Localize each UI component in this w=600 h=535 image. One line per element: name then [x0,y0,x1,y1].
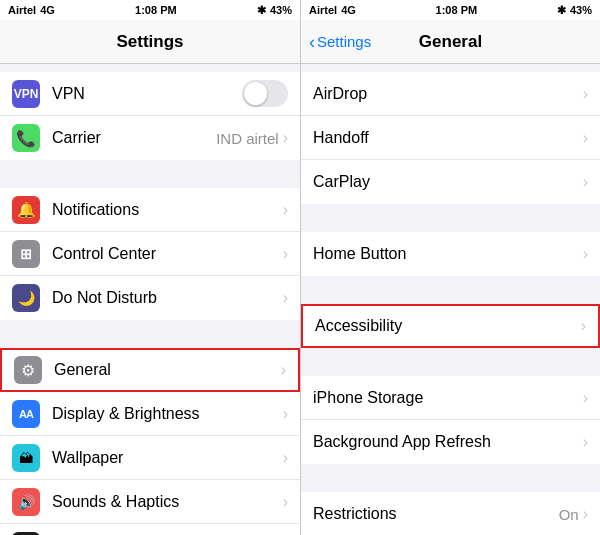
back-chevron-icon: ‹ [309,33,315,51]
control-center-chevron: › [283,245,288,263]
settings-item-iphone-storage[interactable]: iPhone Storage › [301,376,600,420]
control-center-icon: ⊞ [12,240,40,268]
carplay-label: CarPlay [313,173,583,191]
display-chevron: › [283,405,288,423]
section-home-button: Home Button › [301,232,600,276]
settings-item-display[interactable]: AA Display & Brightness › [0,392,300,436]
section-notifications: 🔔 Notifications › ⊞ Control Center › 🌙 D… [0,188,300,320]
airdrop-label: AirDrop [313,85,583,103]
accessibility-chevron: › [581,317,586,335]
home-button-label: Home Button [313,245,583,263]
dnd-chevron: › [283,289,288,307]
section-general: ⚙ General › AA Display & Brightness › 🏔 … [0,348,300,535]
battery-left: 43% [270,4,292,16]
carrier-chevron: › [283,129,288,147]
nav-title-left: Settings [116,32,183,52]
back-button[interactable]: ‹ Settings [309,33,371,51]
status-bar-left: Airtel 4G 1:08 PM ✱ 43% [0,0,300,20]
section-airdrop: AirDrop › Handoff › CarPlay › [301,72,600,204]
separator-1 [0,160,300,180]
sounds-chevron: › [283,493,288,511]
section-accessibility: Accessibility › [301,304,600,348]
background-refresh-label: Background App Refresh [313,433,583,451]
carrier-left: Airtel [8,4,36,16]
nav-bar-right: ‹ Settings General [301,20,600,64]
time-left: 1:08 PM [135,4,177,16]
settings-item-restrictions[interactable]: Restrictions On › [301,492,600,535]
carrier-label: Carrier [52,129,216,147]
vpn-icon: VPN [12,80,40,108]
time-right: 1:08 PM [436,4,478,16]
network-left: 4G [40,4,55,16]
settings-item-handoff[interactable]: Handoff › [301,116,600,160]
settings-item-airdrop[interactable]: AirDrop › [301,72,600,116]
vpn-label: VPN [52,85,242,103]
settings-item-wallpaper[interactable]: 🏔 Wallpaper › [0,436,300,480]
iphone-storage-label: iPhone Storage [313,389,583,407]
sounds-icon: 🔊 [12,488,40,516]
settings-item-notifications[interactable]: 🔔 Notifications › [0,188,300,232]
section-storage: iPhone Storage › Background App Refresh … [301,376,600,464]
handoff-label: Handoff [313,129,583,147]
notifications-icon: 🔔 [12,196,40,224]
battery-right: 43% [570,4,592,16]
settings-list-left[interactable]: VPN VPN 📞 Carrier IND airtel › 🔔 Notific… [0,64,300,535]
carrier-right: Airtel [309,4,337,16]
general-label: General [54,361,281,379]
general-chevron: › [281,361,286,379]
settings-item-background-refresh[interactable]: Background App Refresh › [301,420,600,464]
separator-2 [0,320,300,340]
wallpaper-label: Wallpaper [52,449,283,467]
settings-item-general[interactable]: ⚙ General › [0,348,300,392]
carrier-value: IND airtel [216,130,279,147]
settings-list-right[interactable]: AirDrop › Handoff › CarPlay › Home Butto… [301,64,600,535]
vpn-toggle[interactable] [242,80,288,107]
settings-item-carplay[interactable]: CarPlay › [301,160,600,204]
settings-item-siri[interactable]: ◉ Siri & Search › [0,524,300,535]
general-icon: ⚙ [14,356,42,384]
separator-r3 [301,348,600,368]
separator-r2 [301,276,600,296]
status-bar-right: Airtel 4G 1:08 PM ✱ 43% [301,0,600,20]
right-panel: Airtel 4G 1:08 PM ✱ 43% ‹ Settings Gener… [300,0,600,535]
restrictions-label: Restrictions [313,505,559,523]
settings-item-sounds[interactable]: 🔊 Sounds & Haptics › [0,480,300,524]
vpn-toggle-thumb [244,82,267,105]
accessibility-label: Accessibility [315,317,581,335]
settings-item-dnd[interactable]: 🌙 Do Not Disturb › [0,276,300,320]
bluetooth-icon-left: ✱ [257,4,266,17]
carrier-icon: 📞 [12,124,40,152]
handoff-chevron: › [583,129,588,147]
settings-item-carrier[interactable]: 📞 Carrier IND airtel › [0,116,300,160]
back-label: Settings [317,33,371,50]
control-center-label: Control Center [52,245,283,263]
section-restrictions: Restrictions On › [301,492,600,535]
display-label: Display & Brightness [52,405,283,423]
settings-item-vpn[interactable]: VPN VPN [0,72,300,116]
dnd-icon: 🌙 [12,284,40,312]
settings-item-control-center[interactable]: ⊞ Control Center › [0,232,300,276]
network-right: 4G [341,4,356,16]
display-icon: AA [12,400,40,428]
separator-r1 [301,204,600,224]
nav-bar-left: Settings [0,20,300,64]
iphone-storage-chevron: › [583,389,588,407]
settings-item-accessibility[interactable]: Accessibility › [301,304,600,348]
background-refresh-chevron: › [583,433,588,451]
section-vpn: VPN VPN 📞 Carrier IND airtel › [0,72,300,160]
bluetooth-icon-right: ✱ [557,4,566,17]
siri-icon: ◉ [12,532,40,536]
restrictions-value: On [559,506,579,523]
sounds-label: Sounds & Haptics [52,493,283,511]
nav-title-right: General [419,32,482,52]
airdrop-chevron: › [583,85,588,103]
carplay-chevron: › [583,173,588,191]
notifications-label: Notifications [52,201,283,219]
home-button-chevron: › [583,245,588,263]
restrictions-chevron: › [583,505,588,523]
wallpaper-icon: 🏔 [12,444,40,472]
settings-item-home-button[interactable]: Home Button › [301,232,600,276]
dnd-label: Do Not Disturb [52,289,283,307]
wallpaper-chevron: › [283,449,288,467]
left-panel: Airtel 4G 1:08 PM ✱ 43% Settings VPN VPN… [0,0,300,535]
